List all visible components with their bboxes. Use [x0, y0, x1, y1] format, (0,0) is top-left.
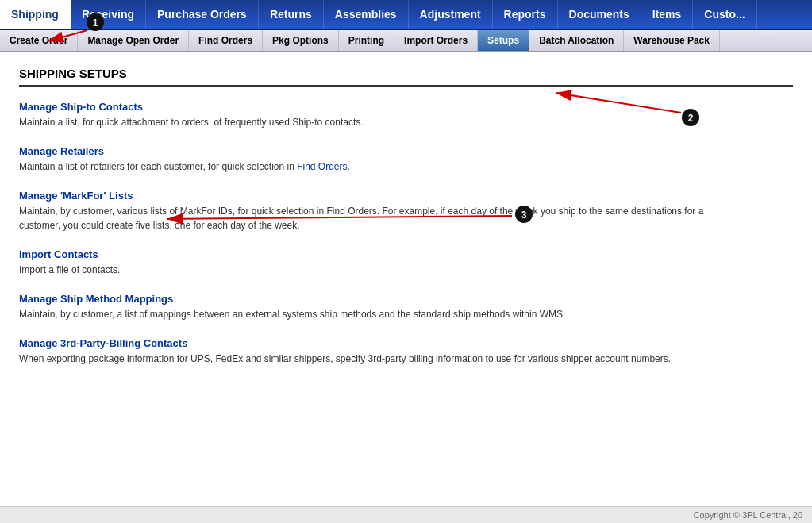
find-orders-link[interactable]: Find Orders	[297, 161, 347, 172]
section-ship-method-mappings: Manage Ship Method Mappings Maintain, by…	[19, 293, 793, 321]
link-markfor-lists[interactable]: Manage 'MarkFor' Lists	[19, 190, 133, 202]
subnav-batch-allocation[interactable]: Batch Allocation	[529, 30, 624, 51]
desc-import-contacts: Import a file of contacts.	[19, 263, 733, 277]
link-manage-retailers[interactable]: Manage Retailers	[19, 145, 104, 157]
desc-markfor-lists: Maintain, by customer, various lists of …	[19, 204, 733, 233]
link-manage-ship-to-contacts[interactable]: Manage Ship-to Contacts	[19, 101, 143, 113]
subnav-pkg-options[interactable]: Pkg Options	[263, 30, 339, 51]
section-3rd-party-billing: Manage 3rd-Party-Billing Contacts When e…	[19, 337, 793, 366]
nav-customers[interactable]: Custo...	[693, 0, 756, 29]
nav-returns[interactable]: Returns	[259, 0, 324, 29]
page-title: Shipping Setups	[19, 67, 793, 87]
subnav-printing[interactable]: Printing	[339, 30, 394, 51]
subnav-setups[interactable]: Setups	[478, 30, 529, 51]
page-content: Shipping Setups Manage Ship-to Contacts …	[0, 52, 812, 396]
subnav-find-orders[interactable]: Find Orders	[189, 30, 263, 51]
desc-3rd-party-billing: When exporting package information for U…	[19, 352, 733, 366]
link-3rd-party-billing[interactable]: Manage 3rd-Party-Billing Contacts	[19, 337, 187, 349]
subnav-warehouse-pack[interactable]: Warehouse Pack	[624, 30, 720, 51]
nav-receiving[interactable]: Receiving	[71, 0, 146, 29]
footer: Copyright © 3PL Central, 20	[0, 506, 812, 523]
nav-purchase-orders[interactable]: Purchase Orders	[146, 0, 259, 29]
subnav-import-orders[interactable]: Import Orders	[394, 30, 478, 51]
section-markfor-lists: Manage 'MarkFor' Lists Maintain, by cust…	[19, 190, 793, 233]
top-navigation: Shipping Receiving Purchase Orders Retur…	[0, 0, 812, 30]
subnav-create-order[interactable]: Create Order	[0, 30, 78, 51]
footer-text: Copyright © 3PL Central, 20	[694, 510, 802, 520]
nav-reports[interactable]: Reports	[493, 0, 558, 29]
nav-shipping[interactable]: Shipping	[0, 0, 71, 29]
desc-ship-to-contacts: Maintain a list, for quick attachment to…	[19, 115, 733, 129]
nav-adjustment[interactable]: Adjustment	[409, 0, 493, 29]
section-manage-retailers: Manage Retailers Maintain a list of reta…	[19, 145, 793, 174]
link-ship-method-mappings[interactable]: Manage Ship Method Mappings	[19, 293, 173, 305]
section-import-contacts: Import Contacts Import a file of contact…	[19, 248, 793, 277]
desc-ship-method-mappings: Maintain, by customer, a list of mapping…	[19, 307, 733, 321]
desc-manage-retailers: Maintain a list of retailers for each cu…	[19, 160, 733, 174]
section-ship-to-contacts: Manage Ship-to Contacts Maintain a list,…	[19, 101, 793, 129]
link-import-contacts[interactable]: Import Contacts	[19, 248, 98, 260]
sub-navigation: Create Order Manage Open Order Find Orde…	[0, 30, 812, 52]
nav-documents[interactable]: Documents	[558, 0, 641, 29]
nav-assemblies[interactable]: Assemblies	[324, 0, 409, 29]
nav-items[interactable]: Items	[641, 0, 694, 29]
subnav-manage-open-order[interactable]: Manage Open Order	[78, 30, 189, 51]
